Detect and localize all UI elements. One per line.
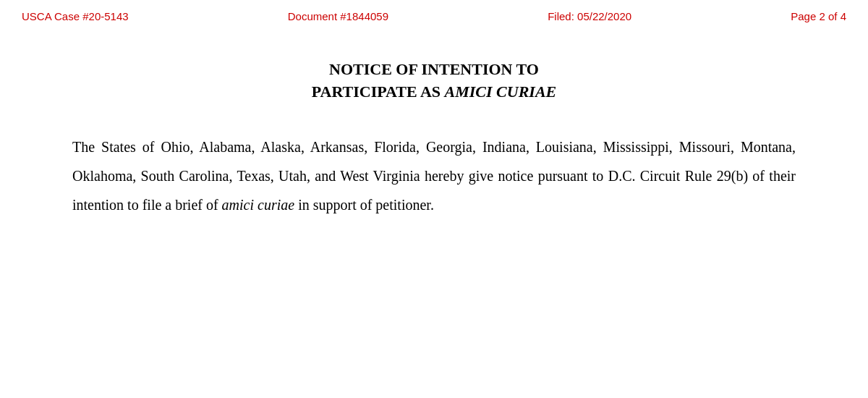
body-text-start: The States of Ohio, Alabama, Alaska, Ark… (72, 139, 796, 213)
document-number: Document #1844059 (288, 10, 388, 22)
main-content: NOTICE OF INTENTION TO PARTICIPATE AS AM… (0, 30, 868, 248)
title-line2-italic: AMICI CURIAE (445, 82, 557, 101)
notice-title: NOTICE OF INTENTION TO PARTICIPATE AS AM… (72, 59, 796, 103)
body-paragraph: The States of Ohio, Alabama, Alaska, Ark… (72, 132, 796, 219)
page-number: Page 2 of 4 (791, 10, 846, 22)
title-line2-normal: PARTICIPATE AS (312, 82, 445, 101)
body-text-end: in support of petitioner. (294, 197, 434, 213)
title-line1: NOTICE OF INTENTION TO (329, 60, 539, 78)
filed-date: Filed: 05/22/2020 (548, 10, 631, 22)
case-number: USCA Case #20-5143 (22, 10, 129, 22)
page-container: USCA Case #20-5143 Document #1844059 Fil… (0, 0, 868, 398)
header-bar: USCA Case #20-5143 Document #1844059 Fil… (0, 0, 868, 30)
body-italic-phrase: amici curiae (222, 197, 295, 213)
